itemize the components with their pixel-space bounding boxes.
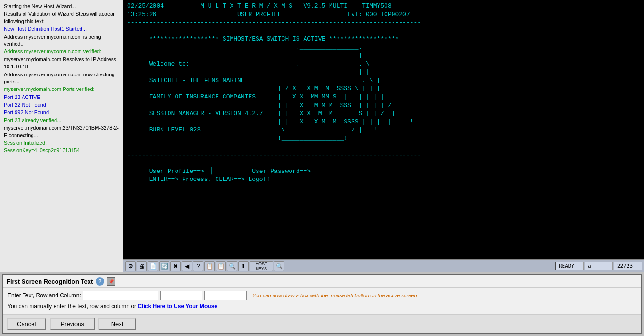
log-line: Results of Validation of Wizard Steps wi… <box>4 10 119 25</box>
position-status: 22/23 <box>614 262 642 270</box>
previous-button[interactable]: Previous <box>50 318 95 330</box>
refresh-icon[interactable]: 🔄 <box>159 261 169 271</box>
enter-text-label: Enter Text, Row and Column: <box>8 292 81 299</box>
ready-status: READY <box>555 262 584 270</box>
terminal-screen[interactable]: 02/25/2004 M U L T X T E R M / X M S V9.… <box>123 0 644 259</box>
log-line: New Host Definition Host1 Started... <box>4 25 119 33</box>
zoom-icon[interactable]: 🔍 <box>274 261 284 271</box>
search-icon[interactable]: 🔍 <box>227 261 237 271</box>
main-container: Starting the New Host Wizard...Results o… <box>0 0 644 272</box>
log-line: myserver.mydomain.com Ports verified: <box>4 86 119 93</box>
col-input[interactable] <box>204 291 247 300</box>
print-icon[interactable]: 🖨 <box>137 261 147 271</box>
wizard-help-icon[interactable]: ? <box>96 277 104 286</box>
log-line: Address myserver.mydomain.com is being v… <box>4 33 119 48</box>
log-line: Starting the New Host Wizard... <box>4 3 119 10</box>
next-button[interactable]: Next <box>98 318 136 330</box>
wizard-title-bar: First Screen Recognition Text ? 📌 <box>3 275 641 288</box>
host-keys-icon[interactable]: HOSTKEYS <box>250 261 273 271</box>
cancel-button[interactable]: Cancel <box>7 318 46 330</box>
stop-icon[interactable]: ✖ <box>170 261 181 271</box>
log-line: Port 23 already verified... <box>4 117 119 124</box>
log-line: Address myserver.mydomain.com verified: <box>4 48 119 55</box>
terminal-panel: 02/25/2004 M U L T X T E R M / X M S V9.… <box>123 0 644 272</box>
wizard-panel: First Screen Recognition Text ? 📌 Enter … <box>2 274 642 334</box>
wizard-row1: Enter Text, Row and Column: You can now … <box>8 291 636 300</box>
log-line: Port 992 Not Found <box>4 109 119 116</box>
left-panel: Starting the New Host Wizard...Results o… <box>0 0 123 272</box>
row-input[interactable] <box>160 291 202 300</box>
indicator-status: a <box>585 262 613 270</box>
log-line: myserver.mydomain.com Resolves to IP Add… <box>4 56 119 71</box>
log-line: Session Initialized. <box>4 139 119 147</box>
back-icon[interactable]: ◀ <box>182 261 192 271</box>
wizard-buttons: Cancel Previous Next <box>3 314 641 333</box>
wizard-hint: You can now draw a box with the mouse le… <box>252 293 417 298</box>
document-icon[interactable]: 📄 <box>148 261 158 271</box>
log-line: Port 23 ACTIVE <box>4 94 119 101</box>
log-line: Port 22 Not Found <box>4 101 119 108</box>
upload-icon[interactable]: ⬆ <box>238 261 249 271</box>
terminal-toolbar: ⚙ 🖨 📄 🔄 ✖ ◀ ? 📋 📋 🔍 ⬆ HOSTKEYS 🔍 READY a… <box>123 259 644 272</box>
log-line: myserver.mydomain.com:23/TN3270/IBM-3278… <box>4 124 119 139</box>
wizard-pin-icon[interactable]: 📌 <box>107 277 115 286</box>
clipboard2-icon[interactable]: 📋 <box>216 261 226 271</box>
text-input[interactable] <box>83 291 158 300</box>
wizard-body: Enter Text, Row and Column: You can now … <box>3 288 641 314</box>
settings-icon[interactable]: ⚙ <box>125 261 136 271</box>
wizard-row2: You can manually enter the text, row and… <box>8 303 636 310</box>
clipboard1-icon[interactable]: 📋 <box>204 261 215 271</box>
log-line: Address myserver.mydomain.com now checki… <box>4 71 119 86</box>
manual-enter-text: You can manually enter the text, row and… <box>8 303 136 310</box>
status-bar: READY a 22/23 <box>555 262 642 270</box>
log-line: SessionKey=4_0scp2q91713154 <box>4 147 119 154</box>
help-icon[interactable]: ? <box>193 261 203 271</box>
use-mouse-link[interactable]: Click Here to Use Your Mouse <box>137 303 217 310</box>
wizard-title: First Screen Recognition Text <box>7 278 93 285</box>
